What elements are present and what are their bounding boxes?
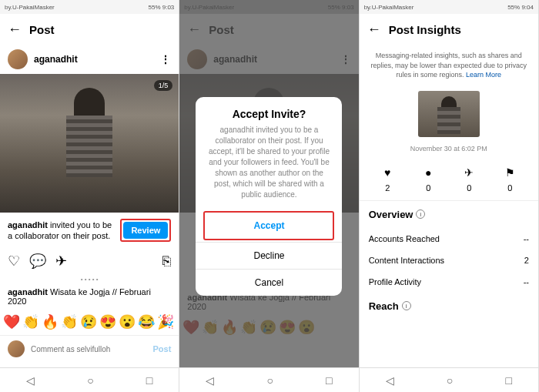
- accept-button[interactable]: Accept: [205, 213, 333, 239]
- screen-dialog: by.U-PakaiMasker55% 9:03 ←Post aganadhit…: [179, 0, 359, 392]
- stat-shares[interactable]: ✈0: [449, 166, 490, 194]
- author-row[interactable]: aganadhit ⋮: [0, 45, 179, 74]
- nav-recent-icon[interactable]: □: [146, 374, 152, 387]
- save-icon[interactable]: ⎘: [162, 253, 171, 270]
- nav-back-icon[interactable]: ◁: [206, 374, 214, 387]
- nav-recent-icon[interactable]: □: [505, 374, 511, 387]
- stat-likes[interactable]: ♥2: [367, 166, 408, 194]
- nav-recent-icon[interactable]: □: [326, 374, 332, 387]
- review-button[interactable]: Review: [123, 222, 168, 239]
- comment-icon: ●: [408, 166, 449, 179]
- like-icon[interactable]: ♡: [8, 253, 20, 270]
- screen-insights: by.U-PakaiMasker 55% 9:04 ← Post Insight…: [360, 0, 539, 392]
- stats-row: ♥2 ●0 ✈0 ⚑0: [360, 160, 538, 201]
- highlight-box: Accept: [203, 211, 334, 240]
- username[interactable]: aganadhit: [34, 54, 154, 65]
- info-icon[interactable]: i: [416, 209, 425, 219]
- emoji-bar[interactable]: ❤️👏🔥👏😢😍😮😂🎉: [0, 309, 179, 335]
- metric-row[interactable]: Content Interactions2: [360, 250, 538, 271]
- metric-row[interactable]: Profile Activity--: [360, 271, 538, 293]
- back-icon[interactable]: ←: [367, 22, 381, 38]
- cancel-button[interactable]: Cancel: [196, 269, 342, 296]
- statusbar: by.U-PakaiMasker 55% 9:04: [360, 0, 538, 14]
- share-icon[interactable]: ✈: [55, 253, 67, 270]
- screen-post: by.U-PakaiMasker 55% 9:03 ← Post aganadh…: [0, 0, 179, 392]
- comment-input-row: Post: [0, 335, 179, 362]
- collab-invite-row: aganadhit invited you to be a collaborat…: [0, 213, 179, 248]
- post-comment-button[interactable]: Post: [152, 344, 171, 353]
- post-thumbnail[interactable]: [418, 91, 480, 137]
- more-icon[interactable]: ⋮: [160, 53, 171, 65]
- header: ← Post Insights: [360, 14, 538, 45]
- page-title: Post: [29, 23, 55, 36]
- image-counter: 1/5: [154, 80, 173, 91]
- metric-row[interactable]: Accounts Reached--: [360, 228, 538, 250]
- caption: aganadhit Wisata ke Jogja // Februari 20…: [0, 284, 179, 309]
- info-icon[interactable]: i: [402, 301, 411, 310]
- comment-input[interactable]: [31, 345, 146, 353]
- modal-overlay: Accept Invite? aganadhit invited you to …: [179, 0, 358, 392]
- header: ← Post: [0, 14, 179, 45]
- invite-text: aganadhit invited you to be a collaborat…: [8, 219, 116, 242]
- nav-home-icon[interactable]: ○: [447, 374, 453, 387]
- page-title: Post Insights: [389, 23, 461, 36]
- action-bar: ♡ 💬 ✈ ⎘: [0, 248, 179, 274]
- avatar[interactable]: [8, 49, 28, 69]
- post-image[interactable]: 1/5: [0, 74, 179, 213]
- stat-comments[interactable]: ●0: [408, 166, 449, 194]
- android-navbar: ◁ ○ □: [360, 367, 538, 392]
- share-icon: ✈: [449, 166, 490, 179]
- statusbar: by.U-PakaiMasker 55% 9:03: [0, 0, 179, 14]
- my-avatar: [8, 340, 25, 357]
- dialog-body: aganadhit invited you to be a collaborat…: [196, 125, 342, 209]
- android-navbar: ◁ ○ □: [0, 367, 179, 392]
- reach-section: Reach i: [360, 293, 538, 320]
- highlight-box: Review: [120, 219, 171, 242]
- privacy-note: Messaging-related insights, such as shar…: [360, 45, 538, 86]
- nav-home-icon[interactable]: ○: [267, 374, 273, 387]
- dialog-title: Accept Invite?: [196, 97, 342, 125]
- overview-section: Overview i: [360, 201, 538, 228]
- nav-back-icon[interactable]: ◁: [386, 374, 394, 387]
- comment-icon[interactable]: 💬: [29, 253, 46, 270]
- back-icon[interactable]: ←: [8, 22, 22, 38]
- heart-icon: ♥: [367, 166, 408, 179]
- bookmark-icon: ⚑: [490, 166, 531, 179]
- decline-button[interactable]: Decline: [196, 242, 342, 269]
- post-timestamp: November 30 at 6:02 PM: [360, 142, 538, 160]
- carousel-dots: • • • • •: [0, 274, 179, 284]
- nav-home-icon[interactable]: ○: [87, 374, 93, 387]
- stat-saves[interactable]: ⚑0: [490, 166, 531, 194]
- nav-back-icon[interactable]: ◁: [26, 374, 35, 387]
- accept-invite-dialog: Accept Invite? aganadhit invited you to …: [196, 97, 342, 296]
- learn-more-link[interactable]: Learn More: [466, 71, 501, 79]
